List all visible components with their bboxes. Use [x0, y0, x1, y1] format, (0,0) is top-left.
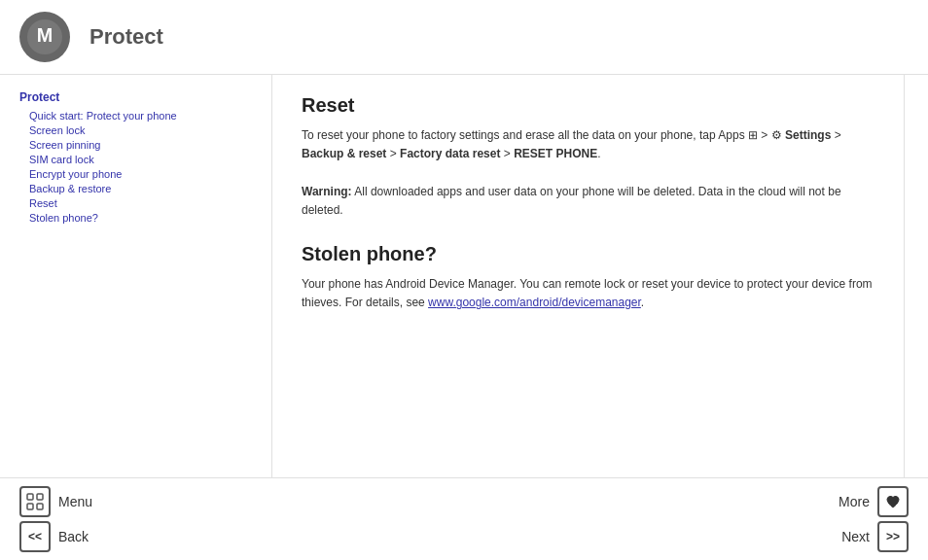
- svg-rect-2: [27, 494, 33, 500]
- sidebar-section-title: Protect: [19, 90, 252, 104]
- reset-body-text: To reset your phone to factory settings …: [302, 128, 841, 160]
- reset-body: To reset your phone to factory settings …: [302, 126, 874, 220]
- back-label: Back: [58, 529, 89, 544]
- reset-section: Reset To reset your phone to factory set…: [302, 94, 874, 220]
- main-area: Protect Quick start: Protect your phone …: [0, 75, 928, 477]
- footer: Menu << Back More >> Next: [0, 477, 928, 560]
- sidebar-item-sim-card-lock[interactable]: SIM card lock: [19, 154, 252, 165]
- stolen-phone-body: Your phone has Android Device Manager. Y…: [302, 275, 874, 312]
- warning-text: All downloaded apps and user data on you…: [302, 185, 841, 217]
- menu-icon: [19, 486, 51, 517]
- reset-title: Reset: [302, 94, 874, 117]
- more-button[interactable]: More: [839, 486, 909, 517]
- sidebar-item-encrypt[interactable]: Encrypt your phone: [19, 168, 252, 180]
- more-icon: [877, 486, 909, 517]
- back-button[interactable]: << Back: [19, 521, 92, 552]
- device-manager-link[interactable]: www.google.com/android/devicemanager: [428, 296, 641, 309]
- svg-rect-4: [27, 504, 33, 509]
- svg-text:M: M: [37, 24, 53, 46]
- svg-rect-5: [37, 504, 43, 509]
- warning-label: Warning:: [302, 185, 352, 198]
- next-icon: >>: [877, 521, 909, 552]
- sidebar-item-backup-restore[interactable]: Backup & restore: [19, 183, 252, 194]
- page-title: Protect: [89, 24, 163, 50]
- header: M Protect: [0, 0, 928, 75]
- next-button[interactable]: >> Next: [839, 521, 909, 552]
- menu-button[interactable]: Menu: [19, 486, 92, 517]
- stolen-phone-section: Stolen phone? Your phone has Android Dev…: [302, 243, 874, 312]
- sidebar-item-screen-pinning[interactable]: Screen pinning: [19, 139, 252, 151]
- motorola-logo: M: [19, 12, 70, 62]
- sidebar-item-screen-lock[interactable]: Screen lock: [19, 124, 252, 136]
- menu-label: Menu: [58, 494, 92, 509]
- sidebar-item-stolen-phone[interactable]: Stolen phone?: [19, 212, 252, 224]
- more-label: More: [839, 494, 870, 509]
- sidebar: Protect Quick start: Protect your phone …: [0, 75, 272, 477]
- svg-rect-3: [37, 494, 43, 500]
- footer-left: Menu << Back: [19, 486, 92, 552]
- content-area: Reset To reset your phone to factory set…: [272, 75, 905, 477]
- stolen-phone-period: .: [641, 296, 644, 309]
- stolen-phone-title: Stolen phone?: [302, 243, 874, 265]
- next-label: Next: [841, 529, 870, 544]
- sidebar-item-reset[interactable]: Reset: [19, 197, 252, 209]
- footer-right: More >> Next: [839, 486, 909, 552]
- back-icon: <<: [19, 521, 51, 552]
- sidebar-item-quick-start[interactable]: Quick start: Protect your phone: [19, 110, 252, 122]
- right-gutter: [905, 75, 928, 477]
